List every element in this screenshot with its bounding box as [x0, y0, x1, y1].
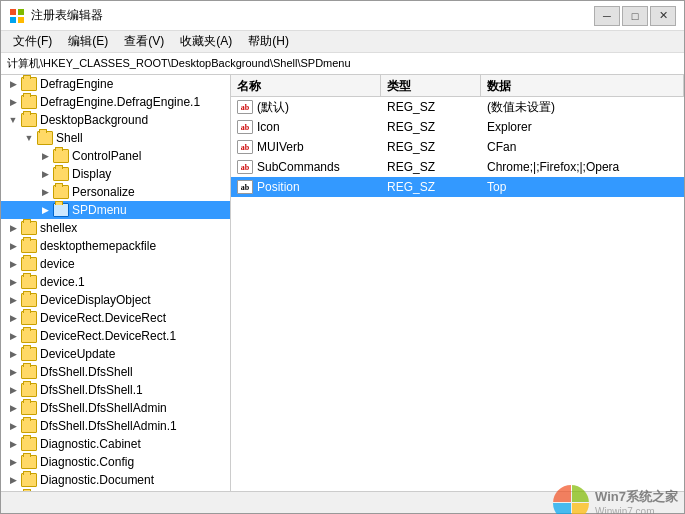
tree-node-desktopbg[interactable]: ▼ DesktopBackground: [1, 111, 230, 129]
cell-name: ab Icon: [231, 118, 381, 136]
minimize-button[interactable]: ─: [594, 6, 620, 26]
expander-icon[interactable]: ▼: [21, 129, 37, 147]
table-row[interactable]: ab Icon REG_SZ Explorer: [231, 117, 684, 137]
folder-icon: [21, 113, 37, 127]
maximize-button[interactable]: □: [622, 6, 648, 26]
expander-icon[interactable]: ▶: [5, 291, 21, 309]
tree-node-shell[interactable]: ▼ Shell: [1, 129, 230, 147]
reg-sz-icon: ab: [237, 140, 253, 154]
table-row-selected[interactable]: ab Position REG_SZ Top: [231, 177, 684, 197]
col-header-name[interactable]: 名称: [231, 75, 381, 96]
cell-data: Explorer: [481, 118, 684, 136]
menu-file[interactable]: 文件(F): [5, 31, 60, 52]
expander-icon[interactable]: ▶: [5, 417, 21, 435]
reg-sz-icon: ab: [237, 160, 253, 174]
watermark-url: Winwin7.com: [595, 506, 678, 514]
tree-node-desktoptheme[interactable]: ▶ desktopthemepackfile: [1, 237, 230, 255]
col-header-data[interactable]: 数据: [481, 75, 684, 96]
tree-node-controlpanel[interactable]: ▶ ControlPanel: [1, 147, 230, 165]
folder-icon: [53, 185, 69, 199]
expander-icon[interactable]: ▼: [5, 111, 21, 129]
watermark-label: Win7系统之家: [595, 488, 678, 506]
expander-icon[interactable]: ▶: [5, 237, 21, 255]
expander-icon[interactable]: ▶: [37, 147, 53, 165]
folder-icon: [21, 311, 37, 325]
svg-rect-2: [10, 17, 16, 23]
expander-icon[interactable]: ▶: [37, 201, 53, 219]
node-label: ControlPanel: [72, 149, 141, 163]
reg-sz-icon: ab: [237, 100, 253, 114]
expander-icon[interactable]: ▶: [5, 219, 21, 237]
expander-icon[interactable]: ▶: [5, 75, 21, 93]
expander-icon[interactable]: ▶: [5, 93, 21, 111]
expander-icon[interactable]: ▶: [37, 183, 53, 201]
tree-node-dfsshellAdmin1[interactable]: ▶ DfsShell.DfsShellAdmin.1: [1, 417, 230, 435]
tree-node-devicedisplay[interactable]: ▶ DeviceDisplayObject: [1, 291, 230, 309]
reg-sz-icon: ab: [237, 120, 253, 134]
tree-node-diagnostic-cabinet[interactable]: ▶ Diagnostic.Cabinet: [1, 435, 230, 453]
expander-icon[interactable]: ▶: [5, 255, 21, 273]
folder-icon: [21, 257, 37, 271]
node-label: Display: [72, 167, 111, 181]
tree-node-defragengine1[interactable]: ▶ DefragEngine.DefragEngine.1: [1, 93, 230, 111]
folder-icon: [21, 473, 37, 487]
node-label: Shell: [56, 131, 83, 145]
expander-icon[interactable]: ▶: [5, 471, 21, 489]
tree-node-spdmenu[interactable]: ▶ SPDmenu: [1, 201, 230, 219]
expander-icon[interactable]: ▶: [5, 345, 21, 363]
tree-node-defragengine[interactable]: ▶ DefragEngine: [1, 75, 230, 93]
expander-icon[interactable]: ▶: [5, 327, 21, 345]
node-label: shellex: [40, 221, 77, 235]
expander-icon[interactable]: ▶: [5, 453, 21, 471]
close-button[interactable]: ✕: [650, 6, 676, 26]
node-label: DeviceDisplayObject: [40, 293, 151, 307]
registry-tree[interactable]: ▶ DefragEngine ▶ DefragEngine.DefragEngi…: [1, 75, 231, 491]
expander-icon[interactable]: ▶: [5, 273, 21, 291]
menu-view[interactable]: 查看(V): [116, 31, 172, 52]
app-icon: [9, 8, 25, 24]
tree-node-diagnostic-config[interactable]: ▶ Diagnostic.Config: [1, 453, 230, 471]
tree-node-device[interactable]: ▶ device: [1, 255, 230, 273]
tree-node-dfsshell[interactable]: ▶ DfsShell.DfsShell: [1, 363, 230, 381]
table-row[interactable]: ab SubCommands REG_SZ Chrome;|;Firefox;|…: [231, 157, 684, 177]
tree-node-device1[interactable]: ▶ device.1: [1, 273, 230, 291]
cell-type: REG_SZ: [381, 158, 481, 176]
node-label: DeviceRect.DeviceRect: [40, 311, 166, 325]
folder-icon: [21, 329, 37, 343]
cell-name: ab SubCommands: [231, 158, 381, 176]
title-bar: 注册表编辑器 ─ □ ✕: [1, 1, 684, 31]
address-bar: 计算机\HKEY_CLASSES_ROOT\DesktopBackground\…: [1, 53, 684, 75]
tree-node-display[interactable]: ▶ Display: [1, 165, 230, 183]
node-label: DfsShell.DfsShellAdmin: [40, 401, 167, 415]
folder-icon: [21, 347, 37, 361]
tree-node-deviceupdate[interactable]: ▶ DeviceUpdate: [1, 345, 230, 363]
reg-sz-icon: ab: [237, 180, 253, 194]
tree-node-dfsshell1[interactable]: ▶ DfsShell.DfsShell.1: [1, 381, 230, 399]
table-row[interactable]: ab MUIVerb REG_SZ CFan: [231, 137, 684, 157]
expander-icon[interactable]: ▶: [5, 399, 21, 417]
tree-node-dfsshellAdmin[interactable]: ▶ DfsShell.DfsShellAdmin: [1, 399, 230, 417]
menu-favorites[interactable]: 收藏夹(A): [172, 31, 240, 52]
menu-help[interactable]: 帮助(H): [240, 31, 297, 52]
node-label: Diagnostic.Config: [40, 455, 134, 469]
folder-icon: [21, 77, 37, 91]
expander-icon[interactable]: ▶: [5, 381, 21, 399]
table-row[interactable]: ab (默认) REG_SZ (数值未设置): [231, 97, 684, 117]
col-header-type[interactable]: 类型: [381, 75, 481, 96]
folder-icon: [21, 95, 37, 109]
expander-icon[interactable]: ▶: [5, 309, 21, 327]
table-body[interactable]: ab (默认) REG_SZ (数值未设置) ab Icon REG_SZ Ex…: [231, 97, 684, 491]
tree-node-diagnostic-doc[interactable]: ▶ Diagnostic.Document: [1, 471, 230, 489]
cell-name: ab Position: [231, 178, 381, 196]
tree-node-devicerect[interactable]: ▶ DeviceRect.DeviceRect: [1, 309, 230, 327]
node-label: DefragEngine: [40, 77, 113, 91]
expander-icon[interactable]: ▶: [5, 363, 21, 381]
tree-node-personalize[interactable]: ▶ Personalize: [1, 183, 230, 201]
tree-node-shellex[interactable]: ▶ shellex: [1, 219, 230, 237]
folder-icon: [21, 455, 37, 469]
menu-edit[interactable]: 编辑(E): [60, 31, 116, 52]
expander-icon[interactable]: ▶: [37, 165, 53, 183]
folder-icon: [53, 149, 69, 163]
tree-node-devicerect1[interactable]: ▶ DeviceRect.DeviceRect.1: [1, 327, 230, 345]
expander-icon[interactable]: ▶: [5, 435, 21, 453]
